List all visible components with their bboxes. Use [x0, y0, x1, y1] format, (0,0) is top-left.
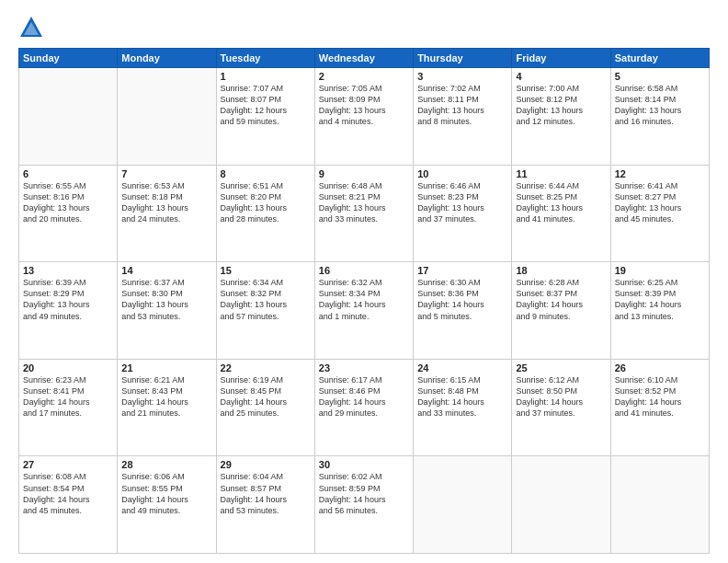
day-info: Sunrise: 6:23 AM Sunset: 8:41 PM Dayligh… [23, 374, 113, 419]
calendar-cell: 14Sunrise: 6:37 AM Sunset: 8:30 PM Dayli… [118, 262, 216, 360]
day-info: Sunrise: 6:04 AM Sunset: 8:57 PM Dayligh… [221, 471, 311, 516]
day-number: 15 [221, 265, 311, 276]
day-info: Sunrise: 6:48 AM Sunset: 8:21 PM Dayligh… [319, 180, 409, 225]
calendar-cell: 2Sunrise: 7:05 AM Sunset: 8:09 PM Daylig… [314, 68, 413, 166]
week-row-2: 6Sunrise: 6:55 AM Sunset: 8:16 PM Daylig… [19, 165, 710, 262]
calendar-cell: 15Sunrise: 6:34 AM Sunset: 8:32 PM Dayli… [216, 262, 314, 360]
day-info: Sunrise: 6:44 AM Sunset: 8:25 PM Dayligh… [516, 180, 606, 225]
calendar-cell: 21Sunrise: 6:21 AM Sunset: 8:43 PM Dayli… [118, 359, 216, 456]
week-row-3: 13Sunrise: 6:39 AM Sunset: 8:29 PM Dayli… [19, 262, 710, 360]
day-number: 17 [417, 265, 507, 276]
day-number: 26 [615, 362, 705, 373]
day-number: 25 [516, 362, 606, 373]
calendar-cell [414, 456, 512, 554]
day-header-thursday: Thursday [414, 49, 512, 68]
day-info: Sunrise: 6:53 AM Sunset: 8:18 PM Dayligh… [121, 180, 211, 225]
day-info: Sunrise: 6:28 AM Sunset: 8:37 PM Dayligh… [516, 277, 606, 322]
calendar-cell: 11Sunrise: 6:44 AM Sunset: 8:25 PM Dayli… [512, 165, 610, 262]
calendar-cell: 5Sunrise: 6:58 AM Sunset: 8:14 PM Daylig… [610, 68, 709, 166]
day-header-friday: Friday [512, 49, 610, 68]
calendar-cell: 17Sunrise: 6:30 AM Sunset: 8:36 PM Dayli… [414, 262, 512, 360]
day-number: 3 [417, 71, 507, 82]
calendar-cell: 13Sunrise: 6:39 AM Sunset: 8:29 PM Dayli… [19, 262, 118, 360]
day-info: Sunrise: 6:58 AM Sunset: 8:14 PM Dayligh… [615, 83, 705, 128]
calendar-cell: 4Sunrise: 7:00 AM Sunset: 8:12 PM Daylig… [512, 68, 610, 166]
day-number: 20 [23, 362, 113, 373]
day-number: 2 [319, 71, 409, 82]
day-info: Sunrise: 6:17 AM Sunset: 8:46 PM Dayligh… [319, 374, 409, 419]
week-row-1: 1Sunrise: 7:07 AM Sunset: 8:07 PM Daylig… [19, 68, 710, 166]
day-number: 9 [319, 168, 409, 179]
day-number: 16 [319, 265, 409, 276]
day-number: 5 [615, 71, 705, 82]
week-row-5: 27Sunrise: 6:08 AM Sunset: 8:54 PM Dayli… [19, 456, 710, 554]
day-info: Sunrise: 6:06 AM Sunset: 8:55 PM Dayligh… [121, 471, 211, 516]
calendar-cell: 6Sunrise: 6:55 AM Sunset: 8:16 PM Daylig… [19, 165, 118, 262]
calendar-cell: 19Sunrise: 6:25 AM Sunset: 8:39 PM Dayli… [610, 262, 709, 360]
day-number: 10 [417, 168, 507, 179]
calendar-cell: 24Sunrise: 6:15 AM Sunset: 8:48 PM Dayli… [414, 359, 512, 456]
day-info: Sunrise: 6:15 AM Sunset: 8:48 PM Dayligh… [417, 374, 507, 419]
day-number: 1 [221, 71, 311, 82]
day-info: Sunrise: 6:55 AM Sunset: 8:16 PM Dayligh… [23, 180, 113, 225]
day-info: Sunrise: 6:30 AM Sunset: 8:36 PM Dayligh… [417, 277, 507, 322]
week-row-4: 20Sunrise: 6:23 AM Sunset: 8:41 PM Dayli… [19, 359, 710, 456]
day-number: 13 [23, 265, 113, 276]
day-info: Sunrise: 6:39 AM Sunset: 8:29 PM Dayligh… [23, 277, 113, 322]
day-header-monday: Monday [118, 49, 216, 68]
calendar-cell [610, 456, 709, 554]
calendar-cell: 10Sunrise: 6:46 AM Sunset: 8:23 PM Dayli… [414, 165, 512, 262]
day-number: 23 [319, 362, 409, 373]
day-number: 29 [221, 459, 311, 470]
header [18, 15, 710, 40]
day-info: Sunrise: 6:37 AM Sunset: 8:30 PM Dayligh… [121, 277, 211, 322]
day-number: 21 [121, 362, 211, 373]
day-number: 12 [615, 168, 705, 179]
calendar-cell: 1Sunrise: 7:07 AM Sunset: 8:07 PM Daylig… [216, 68, 314, 166]
calendar-cell: 9Sunrise: 6:48 AM Sunset: 8:21 PM Daylig… [314, 165, 413, 262]
day-number: 30 [319, 459, 409, 470]
calendar-header-row: SundayMondayTuesdayWednesdayThursdayFrid… [19, 49, 710, 68]
day-info: Sunrise: 6:19 AM Sunset: 8:45 PM Dayligh… [221, 374, 311, 419]
day-info: Sunrise: 6:08 AM Sunset: 8:54 PM Dayligh… [23, 471, 113, 516]
calendar-cell [118, 68, 216, 166]
day-number: 27 [23, 459, 113, 470]
day-info: Sunrise: 6:25 AM Sunset: 8:39 PM Dayligh… [615, 277, 705, 322]
day-number: 14 [121, 265, 211, 276]
calendar-cell: 8Sunrise: 6:51 AM Sunset: 8:20 PM Daylig… [216, 165, 314, 262]
day-info: Sunrise: 6:10 AM Sunset: 8:52 PM Dayligh… [615, 374, 705, 419]
day-info: Sunrise: 6:21 AM Sunset: 8:43 PM Dayligh… [121, 374, 211, 419]
calendar-cell: 26Sunrise: 6:10 AM Sunset: 8:52 PM Dayli… [610, 359, 709, 456]
day-number: 24 [417, 362, 507, 373]
day-header-wednesday: Wednesday [314, 49, 413, 68]
calendar-cell: 23Sunrise: 6:17 AM Sunset: 8:46 PM Dayli… [314, 359, 413, 456]
calendar-cell: 12Sunrise: 6:41 AM Sunset: 8:27 PM Dayli… [610, 165, 709, 262]
day-header-tuesday: Tuesday [216, 49, 314, 68]
calendar-cell: 18Sunrise: 6:28 AM Sunset: 8:37 PM Dayli… [512, 262, 610, 360]
day-info: Sunrise: 7:00 AM Sunset: 8:12 PM Dayligh… [516, 83, 606, 128]
day-header-saturday: Saturday [610, 49, 709, 68]
calendar-cell: 7Sunrise: 6:53 AM Sunset: 8:18 PM Daylig… [118, 165, 216, 262]
day-number: 6 [23, 168, 113, 179]
calendar-cell: 16Sunrise: 6:32 AM Sunset: 8:34 PM Dayli… [314, 262, 413, 360]
calendar-cell: 29Sunrise: 6:04 AM Sunset: 8:57 PM Dayli… [216, 456, 314, 554]
day-number: 28 [121, 459, 211, 470]
calendar-cell: 28Sunrise: 6:06 AM Sunset: 8:55 PM Dayli… [118, 456, 216, 554]
calendar-cell: 20Sunrise: 6:23 AM Sunset: 8:41 PM Dayli… [19, 359, 118, 456]
day-info: Sunrise: 7:02 AM Sunset: 8:11 PM Dayligh… [417, 83, 507, 128]
day-number: 7 [121, 168, 211, 179]
day-number: 18 [516, 265, 606, 276]
day-info: Sunrise: 6:32 AM Sunset: 8:34 PM Dayligh… [319, 277, 409, 322]
calendar-cell: 30Sunrise: 6:02 AM Sunset: 8:59 PM Dayli… [314, 456, 413, 554]
logo-icon [18, 15, 44, 40]
day-number: 22 [221, 362, 311, 373]
day-number: 8 [221, 168, 311, 179]
day-info: Sunrise: 6:51 AM Sunset: 8:20 PM Dayligh… [221, 180, 311, 225]
calendar-cell [19, 68, 118, 166]
day-info: Sunrise: 6:41 AM Sunset: 8:27 PM Dayligh… [615, 180, 705, 225]
calendar-cell: 25Sunrise: 6:12 AM Sunset: 8:50 PM Dayli… [512, 359, 610, 456]
day-info: Sunrise: 7:05 AM Sunset: 8:09 PM Dayligh… [319, 83, 409, 128]
calendar-cell: 22Sunrise: 6:19 AM Sunset: 8:45 PM Dayli… [216, 359, 314, 456]
day-info: Sunrise: 6:02 AM Sunset: 8:59 PM Dayligh… [319, 471, 409, 516]
day-info: Sunrise: 7:07 AM Sunset: 8:07 PM Dayligh… [221, 83, 311, 128]
